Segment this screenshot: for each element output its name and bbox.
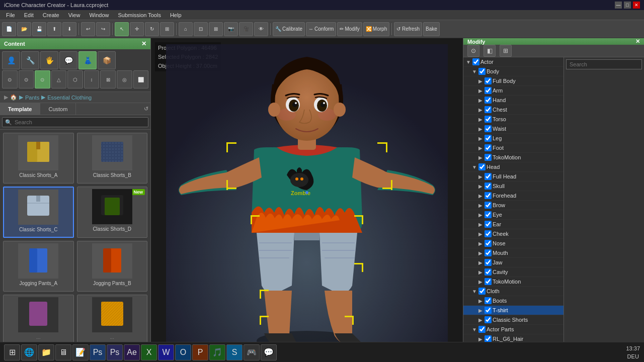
arrow-cavity[interactable]: ▶ [477, 269, 484, 275]
check-chest[interactable] [485, 106, 492, 113]
breadcrumb-home[interactable]: 🏠 [10, 94, 17, 101]
tree-item-ear[interactable]: ▶ Ear [463, 220, 564, 229]
check-fullhead[interactable] [485, 173, 492, 180]
circle1-icon-btn[interactable]: ⊙ [2, 70, 18, 88]
arrow-body[interactable]: ▼ [471, 69, 477, 74]
check-body[interactable] [478, 68, 486, 75]
check-skull[interactable] [485, 183, 492, 190]
arrow-head[interactable]: ▼ [471, 164, 477, 170]
arrow-tshirt[interactable]: ▶ [477, 308, 484, 313]
arrow-actor[interactable]: ▼ [465, 59, 471, 65]
arrow-nose[interactable]: ▶ [477, 241, 484, 246]
modify-panel-close-icon[interactable]: ✕ [635, 38, 640, 45]
taskbar-ae[interactable]: Ae [124, 344, 140, 360]
clothing-item-5[interactable]: Jogging Pants_A [3, 241, 74, 292]
updown-icon-btn[interactable]: ↕ [84, 70, 100, 88]
arrow-chest[interactable]: ▶ [477, 107, 484, 113]
check-forehead[interactable] [485, 192, 492, 199]
taskbar-notepad[interactable]: 📝 [72, 344, 89, 360]
content-panel-close[interactable]: ✕ [141, 40, 146, 47]
tree-item-tshirt[interactable]: ▶ T-shirt [463, 306, 564, 315]
check-eye[interactable] [485, 211, 492, 218]
tree-item-actor[interactable]: ▼ Actor [463, 57, 564, 67]
maximize-button[interactable]: □ [624, 2, 631, 9]
menu-view[interactable]: View [64, 11, 85, 19]
modify-icon-2[interactable]: ◧ [484, 45, 496, 57]
clothing-item-8[interactable]: ... [77, 295, 148, 345]
calibrate-button[interactable]: 🔧 Calibrate [273, 22, 305, 36]
taskbar-app1[interactable]: 🖥 [55, 344, 71, 360]
target-icon-btn[interactable]: ◎ [117, 70, 132, 88]
menu-submission[interactable]: Submission Tools [114, 11, 165, 19]
check-toko-head[interactable] [485, 278, 492, 285]
tree-item-forehead[interactable]: ▶ Forehead [463, 191, 564, 201]
arrow-fullhead[interactable]: ▶ [477, 174, 484, 179]
grid-button[interactable]: ⊞ [209, 22, 223, 36]
undo-button[interactable]: ↩ [81, 22, 95, 36]
check-cloth[interactable] [478, 288, 486, 295]
home-button[interactable]: ⌂ [179, 22, 193, 36]
tree-item-skull[interactable]: ▶ Skull [463, 182, 564, 191]
tab-refresh-icon[interactable]: ↺ [144, 106, 148, 112]
tree-item-mouth[interactable]: ▶ Mouth [463, 248, 564, 258]
taskbar-game[interactable]: 🎮 [244, 344, 260, 360]
arrow-cloth[interactable]: ▼ [471, 289, 477, 294]
cam3-button[interactable]: 👁 [254, 22, 268, 36]
tree-item-cheek[interactable]: ▶ Cheek [463, 229, 564, 239]
menu-create[interactable]: Create [39, 11, 63, 19]
open-button[interactable]: 📂 [17, 22, 31, 36]
morph-icon-btn[interactable]: 🔧 [21, 51, 39, 69]
arrow-skull[interactable]: ▶ [477, 184, 484, 189]
arrow-brow[interactable]: ▶ [477, 203, 484, 208]
tree-item-brow[interactable]: ▶ Brow [463, 201, 564, 210]
arrow-toko-head[interactable]: ▶ [477, 279, 484, 285]
taskbar-photoshop1[interactable]: Ps [90, 344, 106, 360]
taskbar-browser[interactable]: 🌐 [21, 344, 37, 360]
morph-button[interactable]: 🔀 Morph [363, 22, 389, 36]
taskbar-skype[interactable]: S [226, 344, 243, 360]
tree-item-tokomotion-head[interactable]: ▶ TokoMotion [463, 277, 564, 287]
check-ear[interactable] [485, 221, 492, 228]
check-leg[interactable] [485, 135, 492, 142]
check-foot[interactable] [485, 144, 492, 151]
tree-item-torso[interactable]: ▶ Torso [463, 115, 564, 124]
check-waist[interactable] [485, 125, 492, 132]
check-classic-shorts[interactable] [485, 316, 492, 323]
redo-button[interactable]: ↪ [96, 22, 110, 36]
arrow-arm[interactable]: ▶ [477, 88, 484, 94]
menu-window[interactable]: Window [85, 11, 113, 19]
check-toko-body[interactable] [485, 154, 492, 161]
check-arm[interactable] [485, 87, 492, 94]
check-nose[interactable] [485, 240, 492, 247]
tree-item-chest[interactable]: ▶ Chest [463, 105, 564, 115]
scale-button[interactable]: ⊞ [160, 22, 174, 36]
check-cheek[interactable] [485, 230, 492, 237]
cam2-button[interactable]: 🎥 [239, 22, 253, 36]
viewport[interactable]: Project Polygon : 46496 Selected Polygon… [151, 38, 463, 362]
circle2-icon-btn[interactable]: ⊙ [19, 70, 34, 88]
check-cavity[interactable] [485, 268, 492, 276]
new-button[interactable]: 📄 [2, 22, 16, 36]
tree-item-classic-shorts[interactable]: ▶ Classic Shorts [463, 315, 564, 325]
tree-item-head[interactable]: ▼ Head [463, 162, 564, 172]
check-boots[interactable] [485, 297, 492, 304]
tree-item-leg[interactable]: ▶ Leg [463, 134, 564, 143]
cam1-button[interactable]: 📷 [224, 22, 238, 36]
tree-item-boots[interactable]: ▶ Boots [463, 296, 564, 306]
tree-item-eye[interactable]: ▶ Eye [463, 210, 564, 220]
arrow-waist[interactable]: ▶ [477, 126, 484, 132]
taskbar-ppt[interactable]: P [192, 344, 208, 360]
tree-item-foot[interactable]: ▶ Foot [463, 143, 564, 153]
taskbar-excel[interactable]: X [141, 344, 157, 360]
arrow-ear[interactable]: ▶ [477, 222, 484, 227]
check-torso[interactable] [485, 116, 492, 123]
modify-icon-grid[interactable]: ⊞ [500, 45, 512, 57]
check-brow[interactable] [485, 202, 492, 209]
tree-item-jaw[interactable]: ▶ Jaw [463, 258, 564, 267]
clothing-item-1[interactable]: Classic Shorts_A [3, 133, 74, 184]
taskbar-photoshop2[interactable]: Ps [107, 344, 123, 360]
check-actor[interactable] [472, 58, 479, 65]
tree-item-fullhead[interactable]: ▶ Full Head [463, 172, 564, 182]
minimize-button[interactable]: — [615, 2, 622, 9]
speech-icon-btn[interactable]: 💬 [59, 51, 77, 69]
